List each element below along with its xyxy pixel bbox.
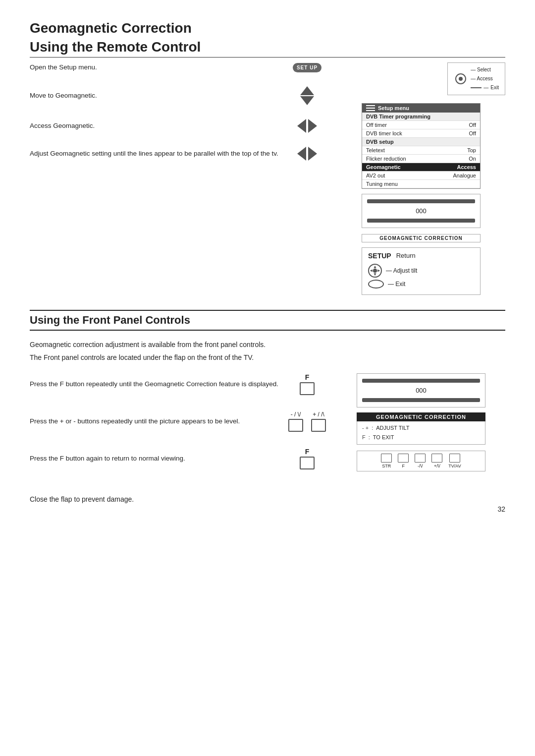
to-exit-text: TO EXIT [373, 433, 394, 442]
f-button-2 [300, 457, 315, 469]
menu-row-label-3: DVB setup [366, 139, 394, 145]
menu-row-val-6: Access [457, 164, 476, 170]
front-left-steps: Press the F button repeatedly until the … [30, 373, 322, 503]
panel-btn-tvav-label: TV/AV [448, 464, 461, 468]
menu-row-label-0: DVB Timer programming [366, 114, 430, 119]
menu-row-label-7: AV2 out [366, 173, 385, 178]
step-3-text: Access Geomagnetic. [30, 121, 282, 131]
step-2-text: Move to Geomagnetic. [30, 91, 282, 101]
front-step-2-row: Press the + or - buttons repeatedly unti… [30, 411, 322, 432]
exit-oval-icon [368, 280, 384, 289]
panel-btn-plus: +/\/ [431, 454, 442, 468]
front-step-1-text: Press the F button repeatedly until the … [30, 379, 282, 389]
geo-bar-top [367, 199, 475, 203]
svg-point-10 [373, 269, 377, 273]
menu-row-tuning: Tuning menu [362, 180, 480, 188]
panel-btn-minus-icon [415, 454, 426, 463]
front-info-row-2: F : TO EXIT [362, 433, 480, 442]
exit-label: Exit [490, 84, 499, 92]
setup-menu: Setup menu DVB Timer programming Off tim… [362, 103, 481, 189]
plus-label: + / /\ [313, 411, 324, 418]
minus-label: - / \/ [291, 411, 301, 418]
page-title-2: Using the Remote Control [30, 39, 505, 56]
minus-button [288, 419, 303, 432]
step-3-row: Access Geomagnetic. [30, 119, 322, 133]
front-geo-bar-top [362, 379, 480, 383]
plus-button [311, 419, 326, 432]
geo-value: 000 [416, 207, 427, 215]
section2-title: Using the Front Panel Controls [30, 310, 505, 331]
front-pm-btns-icon: - / \/ + / /\ [292, 411, 322, 432]
panel-btn-plus-label: +/\/ [434, 464, 440, 468]
front-step-3-text: Press the F button again to return to no… [30, 454, 282, 464]
adjust-tilt-text: ADJUST TILT [376, 423, 409, 433]
front-display: 000 [357, 373, 485, 407]
svg-rect-4 [366, 108, 375, 109]
minus-btn-group: - / \/ [288, 411, 303, 432]
page-number: 32 [497, 505, 505, 513]
title-area: Geomagnetic Correction Using the Remote … [30, 20, 505, 58]
panel-buttons-row: STR F -/\/ +/\/ [357, 451, 485, 471]
setup-button: SET UP [293, 63, 321, 72]
page: Geomagnetic Correction Using the Remote … [0, 0, 535, 523]
front-desc1: Geomagnetic correction adjustment is ava… [30, 341, 505, 349]
up-down-arrow-icon [292, 86, 322, 105]
remote-steps: Open the Setup menu. SET UP Move to Geom… [30, 62, 322, 295]
remote-legend: — Select — Access — Exit [447, 62, 505, 95]
geo-bar-bottom [367, 219, 475, 223]
setup-exit-row: — Exit [368, 280, 474, 289]
f-button-1 [300, 382, 315, 395]
svg-marker-9 [377, 270, 380, 272]
f-label-1: F [305, 373, 310, 381]
colon-1: : [372, 423, 373, 433]
remote-section: Open the Setup menu. SET UP Move to Geom… [30, 62, 505, 295]
menu-row-val-4: Top [467, 147, 476, 153]
arrow-up-icon [300, 86, 314, 95]
panel-btn-str-label: STR [382, 464, 391, 468]
f-key: F [362, 433, 366, 442]
arrow-right-2-icon [308, 147, 317, 161]
setup-btn-icon: SET UP [292, 63, 322, 72]
menu-row-val-5: On [469, 156, 476, 162]
menu-row-label-5: Flicker reduction [366, 156, 406, 162]
panel-btn-str-icon [381, 454, 392, 463]
setup-adjust-row: — Adjust tilt [368, 264, 474, 278]
exit-label-2: Exit [395, 281, 405, 288]
menu-row-label-2: DVB timer lock [366, 130, 402, 136]
panel-btn-minus: -/\/ [415, 454, 426, 468]
geo-label: GEOMAGNETIC CORRECTION [362, 234, 481, 242]
menu-title: Setup menu [378, 105, 409, 111]
f-label-2: F [305, 448, 310, 456]
menu-row-dvb-timer: DVB Timer programming [362, 113, 480, 121]
panel-btn-f: F [398, 454, 409, 468]
exit-line-icon [471, 86, 482, 90]
access-label: Access [477, 76, 493, 81]
step-4-text: Adjust Geomagnetic setting until the lin… [30, 149, 282, 159]
svg-marker-8 [370, 270, 373, 272]
front-desc2: The Front panel controls are located und… [30, 353, 505, 361]
step-4-row: Adjust Geomagnetic setting until the lin… [30, 147, 322, 161]
menu-row-val-2: Off [469, 130, 476, 136]
front-right-panel: 000 GEOMAGNETIC CORRECTION - + : ADJUST … [337, 373, 505, 503]
arrow-down-icon [300, 96, 314, 105]
arrow-left-2-icon [297, 147, 306, 161]
step-1-text: Open the Setup menu. [30, 62, 282, 72]
menu-row-dvb-setup: DVB setup [362, 138, 480, 146]
menu-row-dvb-timer-lock: DVB timer lockOff [362, 129, 480, 138]
select-label: Select [477, 67, 491, 72]
step-4-arrow-icon [292, 147, 322, 161]
front-info-row-1: - + : ADJUST TILT [362, 423, 480, 433]
left-right-arrow-icon [292, 119, 322, 133]
svg-marker-7 [374, 273, 376, 276]
panel-btn-tvav: TV/AV [448, 454, 461, 468]
panel-btn-minus-label: -/\/ [418, 464, 423, 468]
panel-btn-plus-icon [431, 454, 442, 463]
menu-row-val-1: Off [469, 122, 476, 128]
menu-row-val-7: Analogue [453, 173, 477, 178]
colon-2: : [369, 433, 370, 442]
svg-marker-6 [374, 266, 376, 268]
menu-row-flicker: Flicker reductionOn [362, 155, 480, 163]
adjust-tilt-label: Adjust tilt [393, 267, 418, 274]
panel-btn-f-label: F [402, 464, 405, 468]
front-info-header: GEOMAGNETIC CORRECTION [357, 412, 485, 421]
